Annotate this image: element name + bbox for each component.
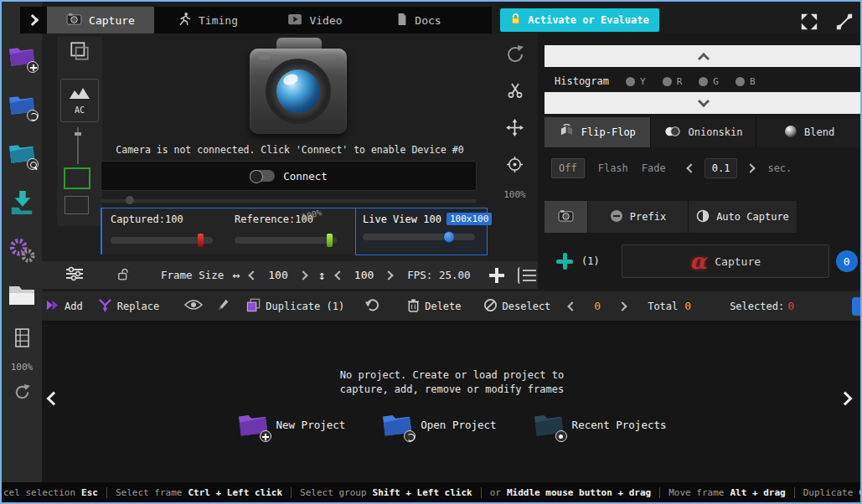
shortcut-key: Ctrl bbox=[859, 487, 860, 498]
reference-slider[interactable] bbox=[235, 237, 337, 244]
histogram-channel-g[interactable]: G bbox=[699, 76, 719, 87]
fullscreen-icon[interactable] bbox=[799, 13, 819, 31]
add-icon bbox=[45, 299, 59, 314]
sidebar-filmstrip-button[interactable] bbox=[2, 328, 42, 351]
crop-tool-button[interactable] bbox=[59, 40, 101, 65]
total-value: 0 bbox=[684, 300, 691, 312]
captured-slider-handle[interactable] bbox=[198, 234, 204, 247]
collapse-down-bar[interactable] bbox=[545, 92, 862, 114]
secondary-region-icon[interactable] bbox=[65, 196, 89, 214]
tab-docs[interactable]: Docs bbox=[369, 7, 469, 33]
decrement-interval-chevron[interactable] bbox=[686, 163, 695, 172]
flip-flop-controls: Off Flash Fade 0.1 sec. bbox=[545, 152, 862, 184]
capture-button[interactable]: α Capture bbox=[622, 244, 829, 278]
activate-button[interactable]: Activate or Evaluate bbox=[500, 8, 659, 32]
new-project-button[interactable]: New Project bbox=[238, 410, 346, 440]
tab-timing[interactable]: Timing bbox=[154, 7, 261, 33]
histogram-channel-y[interactable]: Y bbox=[626, 76, 646, 87]
recent-projects-button[interactable]: Recent Projects bbox=[534, 410, 667, 440]
radio-icon bbox=[663, 77, 672, 86]
connect-button[interactable]: Connect bbox=[101, 161, 477, 191]
flipflop-off-button[interactable]: Off bbox=[551, 158, 585, 178]
frame-list-icon[interactable] bbox=[518, 267, 533, 284]
recent-projects-label: Recent Projects bbox=[572, 419, 667, 431]
crosshair-plus-icon[interactable] bbox=[489, 268, 504, 283]
refresh-icon bbox=[13, 383, 31, 404]
brush-icon[interactable] bbox=[216, 297, 231, 315]
flipflop-fade-button[interactable]: Fade bbox=[642, 162, 666, 174]
tab-video[interactable]: Video bbox=[261, 7, 369, 33]
expand-chevron-icon[interactable] bbox=[27, 14, 39, 26]
empty-state-line1: No project. Create or load project to bbox=[42, 368, 862, 383]
shortcut-desc: cel selection bbox=[3, 487, 75, 498]
live-view-slider[interactable] bbox=[363, 234, 475, 240]
inactive-slider[interactable] bbox=[101, 199, 477, 203]
increment-width-chevron[interactable] bbox=[298, 270, 307, 280]
tab-camera-settings[interactable] bbox=[545, 201, 588, 233]
tab-blend[interactable]: Blend bbox=[756, 117, 862, 147]
captured-slider[interactable] bbox=[111, 237, 213, 244]
tab-onionskin[interactable]: Onionskin bbox=[651, 117, 757, 147]
histogram-channel-b[interactable]: B bbox=[736, 76, 756, 87]
capture-region-icon[interactable] bbox=[64, 167, 90, 189]
channel-label: G bbox=[713, 76, 719, 87]
total-label: Total bbox=[648, 301, 678, 312]
app-window: 100% Capture bbox=[0, 0, 862, 504]
auto-capture-label: Auto Capture bbox=[716, 211, 789, 223]
live-view-box[interactable]: Live View 100 100x100 bbox=[355, 208, 488, 255]
undo-icon[interactable] bbox=[364, 298, 380, 315]
inactive-slider-knob[interactable] bbox=[126, 196, 134, 204]
histogram-channel-r[interactable]: R bbox=[663, 76, 683, 87]
tab-capture[interactable]: Capture bbox=[47, 7, 154, 33]
clipped-tool-icon[interactable] bbox=[852, 297, 862, 316]
eye-icon[interactable] bbox=[184, 299, 203, 313]
sidebar-preview-project-button[interactable] bbox=[2, 141, 42, 167]
new-project-icon bbox=[238, 410, 268, 440]
onionskin-icon bbox=[663, 126, 681, 140]
sidebar-refresh-button[interactable] bbox=[2, 383, 42, 404]
open-project-button[interactable]: Open Project bbox=[382, 410, 496, 440]
tab-auto-capture[interactable]: Auto Capture bbox=[689, 201, 797, 233]
sidebar-frames-button[interactable] bbox=[2, 281, 42, 311]
radio-icon bbox=[699, 77, 708, 86]
decrement-width-chevron[interactable] bbox=[249, 270, 258, 280]
live-view-slider-handle[interactable] bbox=[443, 231, 455, 243]
tab-prefix[interactable]: Prefix bbox=[588, 201, 689, 233]
collapse-up-bar[interactable] bbox=[545, 45, 862, 67]
sidebar-zoom-level: 100% bbox=[2, 362, 42, 373]
tab-flip-flop[interactable]: Flip-Flop bbox=[545, 117, 651, 147]
sidebar-settings-button[interactable] bbox=[2, 236, 42, 268]
increment-height-chevron[interactable] bbox=[385, 270, 394, 280]
frames-toolbar: Add Replace bbox=[42, 291, 862, 321]
alpha-brand-icon: α bbox=[689, 250, 706, 272]
duplicate-frame-button[interactable]: Duplicate (1) bbox=[246, 298, 344, 315]
decrement-height-chevron[interactable] bbox=[334, 270, 343, 280]
increment-interval-chevron[interactable] bbox=[746, 163, 756, 172]
rotate-view-button[interactable] bbox=[492, 44, 538, 69]
tab-label: Video bbox=[309, 14, 342, 27]
pan-button[interactable] bbox=[492, 119, 538, 140]
unlock-icon[interactable] bbox=[117, 267, 131, 284]
reference-slider-handle[interactable] bbox=[327, 234, 333, 247]
deselect-button[interactable]: Deselect bbox=[483, 298, 551, 315]
plus-badge-icon bbox=[260, 430, 271, 442]
auto-contrast-button[interactable]: AC bbox=[60, 79, 99, 122]
shortcut-desc: Select frame bbox=[116, 487, 182, 498]
flipflop-flash-button[interactable]: Flash bbox=[598, 162, 628, 174]
add-frame-button[interactable]: Add bbox=[45, 299, 83, 314]
delete-frame-button[interactable]: Delete bbox=[407, 298, 461, 315]
connect-label: Connect bbox=[283, 170, 328, 183]
resize-window-icon[interactable] bbox=[834, 13, 854, 31]
cut-button[interactable] bbox=[492, 82, 538, 102]
recent-badge-icon bbox=[555, 430, 567, 442]
sidebar-open-project-button[interactable] bbox=[2, 92, 42, 119]
sidebar-new-project-button[interactable] bbox=[2, 44, 42, 70]
height-arrow-icon: ↕ bbox=[318, 268, 326, 283]
zoom-target-button[interactable] bbox=[492, 156, 538, 177]
add-capture-icon[interactable] bbox=[556, 253, 573, 270]
prev-frame-chevron[interactable] bbox=[568, 301, 577, 311]
sidebar-import-button[interactable] bbox=[2, 189, 42, 219]
next-frame-chevron[interactable] bbox=[618, 301, 627, 311]
replace-frame-button[interactable]: Replace bbox=[98, 298, 160, 315]
mixer-settings-icon[interactable] bbox=[65, 266, 84, 284]
